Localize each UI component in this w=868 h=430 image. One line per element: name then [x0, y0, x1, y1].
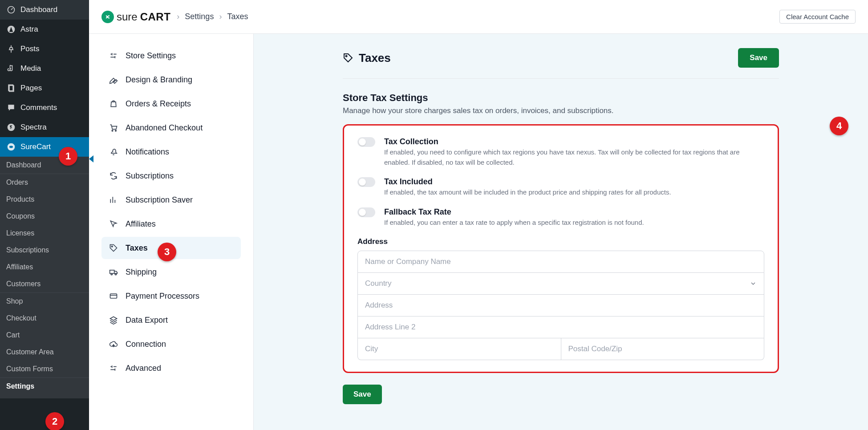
wp-menu-label: Pages: [20, 84, 42, 93]
svg-point-13: [346, 56, 347, 57]
breadcrumb-settings[interactable]: Settings: [185, 12, 214, 21]
page-title: Taxes: [359, 51, 391, 65]
wp-menu-label: Astra: [20, 25, 38, 34]
address-country-select[interactable]: Country: [357, 273, 764, 295]
wp-sub-customerarea[interactable]: Customer Area: [0, 344, 89, 361]
settings-nav-label: Data Export: [126, 316, 168, 325]
toggle-tax-included[interactable]: [357, 177, 375, 187]
brand-mark-icon: [101, 11, 114, 23]
wp-sub-settings[interactable]: Settings: [0, 378, 89, 395]
settings-nav-label: Store Settings: [126, 51, 176, 61]
address-line1-input[interactable]: [357, 295, 764, 316]
breadcrumb-taxes[interactable]: Taxes: [227, 12, 248, 21]
settings-nav-orders[interactable]: Orders & Receipts: [101, 93, 241, 115]
wp-menu-label: Spectra: [20, 123, 47, 132]
layers-icon: [109, 315, 118, 325]
wp-menu-media[interactable]: Media: [0, 59, 89, 78]
settings-nav-label: Taxes: [126, 243, 148, 253]
settings-nav-label: Advanced: [126, 364, 161, 373]
svg-point-11: [115, 273, 116, 275]
astra-icon: [6, 24, 16, 34]
wp-sub-coupons[interactable]: Coupons: [0, 208, 89, 225]
settings-nav-store[interactable]: Store Settings: [101, 45, 241, 67]
cart-icon: [109, 123, 118, 133]
settings-nav-affiliates[interactable]: Affiliates: [101, 213, 241, 235]
wp-menu-comments[interactable]: Comments: [0, 98, 89, 118]
wp-sub-customforms[interactable]: Custom Forms: [0, 361, 89, 377]
toggle-label: Tax Included: [384, 177, 764, 187]
clear-cache-button[interactable]: Clear Account Cache: [779, 10, 856, 24]
settings-nav-advanced[interactable]: Advanced: [101, 357, 241, 379]
card-icon: [109, 291, 118, 301]
wp-sub-licenses[interactable]: Licenses: [0, 225, 89, 242]
wp-sub-customers[interactable]: Customers: [0, 276, 89, 292]
address-postal-input[interactable]: [561, 338, 765, 360]
save-button-top[interactable]: Save: [738, 48, 779, 68]
pin-icon: [6, 44, 16, 54]
sliders-icon: [109, 363, 118, 373]
wp-admin-sidebar: Dashboard Astra Posts Media Pages Commen…: [0, 0, 89, 430]
wp-menu-posts[interactable]: Posts: [0, 39, 89, 59]
wp-sub-orders[interactable]: Orders: [0, 174, 89, 191]
wp-menu-astra[interactable]: Astra: [0, 20, 89, 39]
svg-rect-9: [110, 270, 114, 274]
wp-sub-products[interactable]: Products: [0, 191, 89, 208]
settings-nav-subscriptions[interactable]: Subscriptions: [101, 165, 241, 187]
brand-text-2: CART: [140, 11, 171, 23]
settings-nav-subsaver[interactable]: Subscription Saver: [101, 189, 241, 211]
address-heading: Address: [357, 237, 764, 246]
settings-sidebar: Store Settings Design & Branding Orders …: [89, 34, 254, 430]
settings-nav-label: Subscriptions: [126, 171, 174, 181]
save-button-bottom[interactable]: Save: [343, 385, 382, 404]
address-city-input[interactable]: [357, 338, 561, 360]
address-line2-input[interactable]: [357, 316, 764, 338]
gauge-icon: [6, 5, 16, 15]
main-content: Taxes Save Store Tax Settings Manage how…: [254, 34, 868, 430]
wp-menu-dashboard[interactable]: Dashboard: [0, 0, 89, 20]
wp-sub-affiliates[interactable]: Affiliates: [0, 259, 89, 276]
svg-point-7: [115, 130, 117, 131]
annotation-badge-2: 2: [45, 412, 64, 430]
brand-text-1: sure: [117, 11, 138, 23]
spectra-icon: [6, 122, 16, 132]
annotation-badge-3: 3: [158, 243, 176, 261]
settings-nav-shipping[interactable]: Shipping: [101, 261, 241, 283]
toggle-tax-included-row: Tax Included If enabled, the tax amount …: [357, 177, 764, 198]
wp-menu-pages[interactable]: Pages: [0, 78, 89, 98]
settings-nav-payment[interactable]: Payment Processors: [101, 285, 241, 307]
wp-menu-spectra[interactable]: Spectra: [0, 118, 89, 137]
wp-sub-cart[interactable]: Cart: [0, 327, 89, 344]
chevron-right-icon: ›: [219, 12, 222, 21]
settings-nav-label: Payment Processors: [126, 292, 199, 301]
wp-sub-shop[interactable]: Shop: [0, 293, 89, 310]
pen-icon: [109, 75, 118, 85]
wp-menu-label: SureCart: [20, 142, 51, 151]
surecart-icon: [6, 142, 16, 152]
wp-menu-label: Comments: [20, 103, 57, 112]
wp-sub-subscriptions[interactable]: Subscriptions: [0, 242, 89, 259]
wp-sub-checkout[interactable]: Checkout: [0, 310, 89, 327]
settings-nav-connection[interactable]: Connection: [101, 333, 241, 355]
settings-nav-abandoned[interactable]: Abandoned Checkout: [101, 117, 241, 139]
toggle-tax-collection[interactable]: [357, 137, 375, 147]
toggle-label: Fallback Tax Rate: [384, 207, 764, 217]
address-name-input[interactable]: [357, 251, 764, 273]
bell-icon: [109, 147, 118, 157]
toggle-fallback-rate[interactable]: [357, 207, 375, 217]
truck-icon: [109, 267, 118, 277]
toggle-description: If enabled, the tax amount will be inclu…: [384, 187, 764, 198]
comment-icon: [6, 103, 16, 113]
toggle-tax-collection-row: Tax Collection If enabled, you need to c…: [357, 137, 764, 167]
toggle-description: If enabled, you need to configure which …: [384, 147, 764, 167]
brand-logo: sureCART: [101, 11, 170, 23]
settings-nav-design[interactable]: Design & Branding: [101, 69, 241, 91]
settings-nav-dataexport[interactable]: Data Export: [101, 309, 241, 331]
settings-nav-label: Subscription Saver: [126, 195, 193, 205]
settings-nav-label: Orders & Receipts: [126, 99, 191, 109]
breadcrumb: › Settings › Taxes: [177, 12, 248, 21]
active-menu-caret: [89, 155, 93, 162]
annotation-badge-4: 4: [830, 117, 848, 135]
settings-nav-notifications[interactable]: Notifications: [101, 141, 241, 163]
chevron-down-icon: [750, 280, 757, 287]
cloud-icon: [109, 339, 118, 349]
